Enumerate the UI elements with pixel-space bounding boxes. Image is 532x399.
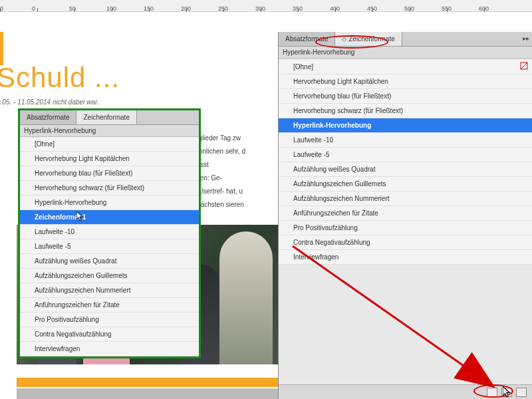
- style-item[interactable]: Hervorhebung schwarz (für Fließtext): [20, 181, 199, 196]
- orange-accent-bar: [0, 32, 3, 65]
- orange-footer-bar: [17, 378, 299, 387]
- style-item[interactable]: Aufzählungszeichen Nummeriert: [279, 192, 532, 206]
- style-item[interactable]: [Ohne]: [20, 137, 199, 152]
- style-item[interactable]: Aufzählungszeichen Guillemets: [279, 177, 532, 192]
- style-item[interactable]: Pro Positivaufzählung: [20, 313, 199, 327]
- tab-zeichenformate[interactable]: Zeichenformate: [76, 110, 136, 124]
- page-subtitle: 9.05. - 11.05.2014 nicht dabei war.: [0, 98, 99, 106]
- style-item[interactable]: Aufzählungszeichen Guillemets: [20, 269, 199, 283]
- folder-icon[interactable]: [487, 388, 497, 397]
- style-list-left[interactable]: [Ohne]Hervorhebung Light KapitälchenHerv…: [20, 137, 199, 356]
- panel-tabs: Absatzformate Zeichenformate: [20, 110, 199, 125]
- cursor-icon: [503, 386, 512, 397]
- panel-tabs-docked: Absatzformate ◇ Zeichenformate ▸▸: [279, 32, 532, 47]
- panel-footer: [279, 384, 532, 399]
- style-item[interactable]: Contra Negativaufzählung: [20, 327, 199, 342]
- tab-absatzformate[interactable]: Absatzformate: [20, 110, 76, 124]
- style-item[interactable]: Anführungszeichen für Zitate: [279, 206, 532, 221]
- expand-icon[interactable]: ▸▸: [523, 35, 529, 42]
- style-item[interactable]: Laufweite -10: [279, 133, 532, 148]
- panel-current-style: Hyperlink-Hervorhebung: [20, 125, 199, 137]
- panel-current-style-docked: Hyperlink-Hervorhebung: [279, 47, 532, 59]
- horizontal-ruler: -50050100150200250300350400450500550600: [0, 0, 532, 12]
- style-list-right[interactable]: [Ohne]Hervorhebung Light KapitälchenHerv…: [279, 60, 532, 265]
- style-item[interactable]: Interviewfragen: [20, 342, 199, 356]
- style-item[interactable]: [Ohne]: [279, 60, 532, 74]
- tab-zeichenformate-docked[interactable]: ◇ Zeichenformate: [335, 32, 402, 46]
- style-item[interactable]: Hyperlink-Hervorhebung: [279, 118, 532, 133]
- style-item[interactable]: Aufzählung weißes Quadrat: [20, 254, 199, 269]
- style-item[interactable]: Zeichenformat 1: [20, 210, 199, 225]
- cursor-icon: [76, 211, 84, 222]
- style-item[interactable]: Laufweite -5: [20, 239, 199, 254]
- character-styles-panel-floating[interactable]: Absatzformate Zeichenformate Hyperlink-H…: [18, 108, 201, 358]
- style-item[interactable]: Aufzählung weißes Quadrat: [279, 162, 532, 177]
- page-title: Schuld ...: [0, 62, 120, 94]
- style-item[interactable]: Hervorhebung blau (für Fließtext): [279, 89, 532, 104]
- style-item[interactable]: Pro Positivaufzählung: [279, 221, 532, 235]
- style-item[interactable]: Interviewfragen: [279, 250, 532, 265]
- style-item[interactable]: Hervorhebung Light Kapitälchen: [20, 152, 199, 166]
- grey-footer-block: [17, 388, 299, 399]
- style-item[interactable]: Laufweite -5: [279, 148, 532, 162]
- style-item[interactable]: Anführungszeichen für Zitate: [20, 298, 199, 313]
- style-item[interactable]: Laufweite -10: [20, 225, 199, 239]
- style-item[interactable]: Hyperlink-Hervorhebung: [20, 196, 199, 210]
- tab-absatzformate-docked[interactable]: Absatzformate: [279, 32, 335, 46]
- none-icon: [520, 62, 528, 70]
- svg-line-1: [521, 63, 527, 69]
- style-item[interactable]: Aufzählungszeichen Nummeriert: [20, 283, 199, 298]
- character-styles-panel-docked[interactable]: Absatzformate ◇ Zeichenformate ▸▸ Hyperl…: [278, 32, 532, 399]
- style-item[interactable]: Hervorhebung blau (für Fließtext): [20, 166, 199, 181]
- style-item[interactable]: Hervorhebung schwarz (für Fließtext): [279, 104, 532, 118]
- trash-icon[interactable]: [516, 388, 527, 397]
- style-item[interactable]: Contra Negativaufzählung: [279, 235, 532, 250]
- style-item[interactable]: Hervorhebung Light Kapitälchen: [279, 74, 532, 89]
